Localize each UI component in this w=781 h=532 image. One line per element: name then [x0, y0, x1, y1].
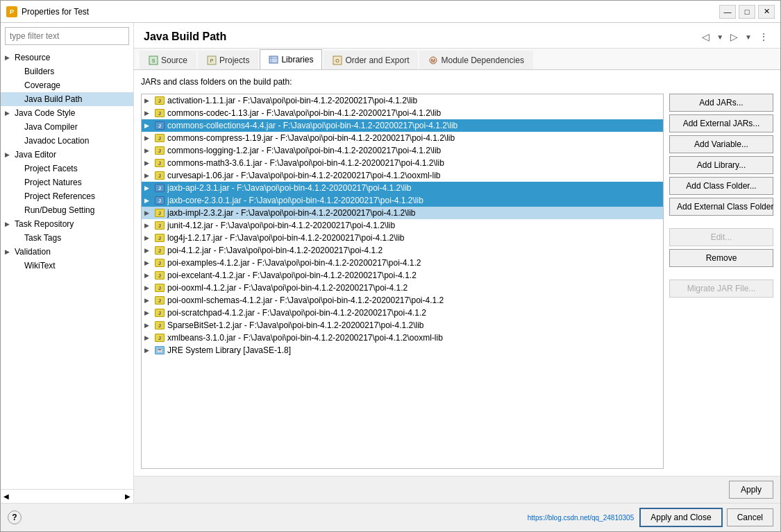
sidebar-item-label: Project References: [24, 191, 95, 201]
jar-item-jre[interactable]: ▶ ☕ JRE System Library [JavaSE-1.8]: [142, 344, 663, 357]
add-library-button[interactable]: Add Library...: [669, 156, 773, 174]
sidebar-item-project-references[interactable]: Project References: [1, 189, 133, 203]
add-external-class-folder-button[interactable]: Add External Class Folder...: [669, 198, 773, 216]
tab-source[interactable]: S Source: [140, 51, 196, 69]
close-button[interactable]: ✕: [758, 5, 775, 19]
migrate-jar-file-button[interactable]: Migrate JAR File...: [669, 280, 773, 298]
add-external-jars-button[interactable]: Add External JARs...: [669, 114, 773, 132]
edit-button[interactable]: Edit...: [669, 228, 773, 246]
title-bar-controls: — □ ✕: [719, 5, 775, 19]
scroll-right-icon[interactable]: ▶: [125, 492, 131, 500]
jar-text: jaxb-core-2.3.0.1.jar - F:\Java\poi\poi-…: [167, 196, 423, 205]
apply-and-close-button[interactable]: Apply and Close: [639, 508, 722, 527]
cancel-button[interactable]: Cancel: [727, 508, 773, 526]
sidebar-item-resource[interactable]: ▶ Resource: [1, 51, 133, 65]
jar-text: junit-4.12.jar - F:\Java\poi\poi-bin-4.1…: [167, 221, 395, 230]
jar-text: SparseBitSet-1.2.jar - F:\Java\poi\poi-b…: [167, 320, 424, 330]
sidebar-item-label: Java Build Path: [24, 94, 82, 104]
tabs-bar: S Source P Projects Libraries: [134, 49, 780, 70]
jar-item[interactable]: ▶ J commons-codec-1.13.jar - F:\Java\poi…: [142, 107, 663, 119]
jar-item[interactable]: ▶ J curvesapi-1.06.jar - F:\Java\poi\poi…: [142, 169, 663, 182]
jar-icon: J: [154, 208, 165, 218]
jar-item[interactable]: ▶ J poi-ooxml-4.1.2.jar - F:\Java\poi\po…: [142, 282, 663, 294]
jar-item[interactable]: ▶ J jaxb-impl-2.3.2.jar - F:\Java\poi\po…: [142, 207, 663, 219]
search-input[interactable]: [5, 27, 129, 45]
jars-label: JARs and class folders on the build path…: [141, 77, 773, 87]
jar-icon: J: [154, 283, 165, 293]
sidebar-item-run-debug[interactable]: Run/Debug Setting: [1, 203, 133, 217]
tab-order-export[interactable]: O Order and Export: [324, 51, 418, 69]
jar-item[interactable]: ▶ J log4j-1.2.17.jar - F:\Java\poi\poi-b…: [142, 232, 663, 244]
tab-libraries-label: Libraries: [281, 55, 313, 65]
sidebar-item-builders[interactable]: Builders: [1, 65, 133, 78]
jar-item[interactable]: ▶ J poi-examples-4.1.2.jar - F:\Java\poi…: [142, 257, 663, 269]
jar-item[interactable]: ▶ J poi-scratchpad-4.1.2.jar - F:\Java\p…: [142, 307, 663, 319]
remove-button[interactable]: Remove: [669, 249, 773, 267]
nav-menu-icon[interactable]: ⋮: [757, 30, 771, 44]
jar-item[interactable]: ▶ J poi-4.1.2.jar - F:\Java\poi\poi-bin-…: [142, 244, 663, 257]
help-button[interactable]: ?: [8, 510, 22, 524]
sidebar-item-wikitext[interactable]: WikiText: [1, 259, 133, 273]
jar-item[interactable]: ▶ J poi-ooxml-schemas-4.1.2.jar - F:\Jav…: [142, 294, 663, 307]
add-variable-button[interactable]: Add Variable...: [669, 135, 773, 153]
apply-button[interactable]: Apply: [729, 481, 773, 499]
jar-item[interactable]: ▶ J SparseBitSet-1.2.jar - F:\Java\poi\p…: [142, 319, 663, 332]
jar-item[interactable]: ▶ J junit-4.12.jar - F:\Java\poi\poi-bin…: [142, 219, 663, 232]
jar-item[interactable]: ▶ J poi-excelant-4.1.2.jar - F:\Java\poi…: [142, 269, 663, 282]
scroll-left-icon[interactable]: ◀: [3, 492, 9, 500]
jar-icon: J: [154, 221, 165, 230]
tab-libraries[interactable]: Libraries: [260, 49, 322, 69]
nav-forward-icon[interactable]: ▷: [728, 30, 740, 44]
jar-text: poi-examples-4.1.2.jar - F:\Java\poi\poi…: [167, 258, 421, 268]
jar-icon: J: [154, 171, 165, 180]
maximize-button[interactable]: □: [739, 5, 755, 19]
window-icon: P: [6, 6, 17, 17]
sidebar-item-project-natures[interactable]: Project Natures: [1, 175, 133, 189]
sidebar-item-coverage[interactable]: Coverage: [1, 78, 133, 92]
sidebar-item-java-code-style[interactable]: ▶ Java Code Style: [1, 106, 133, 120]
jar-item[interactable]: ▶ J commons-collections4-4.4.jar - F:\Ja…: [142, 119, 663, 132]
jar-item[interactable]: ▶ J commons-math3-3.6.1.jar - F:\Java\po…: [142, 157, 663, 169]
jar-list[interactable]: ▶ J activation-1.1.1.jar - F:\Java\poi\p…: [141, 94, 664, 469]
jar-text: poi-4.1.2.jar - F:\Java\poi\poi-bin-4.1.…: [167, 246, 383, 255]
panel-nav: ◁ ▼ ▷ ▼ ⋮: [700, 30, 771, 44]
sidebar-item-label: Java Compiler: [24, 122, 78, 132]
jar-text: poi-ooxml-4.1.2.jar - F:\Java\poi\poi-bi…: [167, 283, 408, 293]
jar-item[interactable]: ▶ J jaxb-core-2.3.0.1.jar - F:\Java\poi\…: [142, 194, 663, 207]
sidebar-item-java-editor[interactable]: ▶ Java Editor: [1, 148, 133, 162]
jar-expand-arrow: ▶: [144, 334, 154, 341]
nav-dropdown-icon[interactable]: ▼: [714, 32, 725, 42]
sidebar-item-java-compiler[interactable]: Java Compiler: [1, 120, 133, 134]
jar-expand-arrow: ▶: [144, 347, 154, 354]
expand-arrow: ▶: [5, 221, 15, 228]
svg-rect-4: [269, 56, 278, 63]
sidebar-item-java-build-path[interactable]: Java Build Path: [1, 92, 133, 106]
add-jars-button[interactable]: Add JARs...: [669, 94, 773, 112]
tab-projects[interactable]: P Projects: [198, 51, 258, 69]
sidebar-item-task-repository[interactable]: ▶ Task Repository: [1, 217, 133, 231]
sidebar-item-task-tags[interactable]: Task Tags: [1, 231, 133, 245]
jar-item[interactable]: ▶ J jaxb-api-2.3.1.jar - F:\Java\poi\poi…: [142, 182, 663, 194]
nav-dropdown2-icon[interactable]: ▼: [743, 32, 754, 42]
sidebar-item-javadoc-location[interactable]: Javadoc Location: [1, 134, 133, 148]
jar-text: commons-codec-1.13.jar - F:\Java\poi\poi…: [167, 108, 441, 118]
jar-item[interactable]: ▶ J commons-compress-1.19.jar - F:\Java\…: [142, 132, 663, 144]
jar-item[interactable]: ▶ J commons-logging-1.2.jar - F:\Java\po…: [142, 144, 663, 157]
minimize-button[interactable]: —: [719, 5, 736, 19]
tab-module-dependencies[interactable]: M Module Dependencies: [419, 51, 532, 69]
sidebar-item-label: Project Facets: [24, 164, 78, 173]
jar-icon: J: [154, 258, 165, 268]
window-title: Properties for Test: [22, 7, 89, 17]
jar-item[interactable]: ▶ J xmlbeans-3.1.0.jar - F:\Java\poi\poi…: [142, 332, 663, 344]
jar-expand-arrow: ▶: [144, 197, 154, 204]
add-class-folder-button[interactable]: Add Class Folder...: [669, 177, 773, 195]
source-tab-icon: S: [149, 55, 158, 65]
sidebar-item-validation[interactable]: ▶ Validation: [1, 245, 133, 259]
main-content: ▶ Resource Builders Coverage Java Build …: [1, 23, 780, 503]
jar-icon: J: [154, 196, 165, 205]
module-tab-icon: M: [428, 55, 438, 65]
sidebar: ▶ Resource Builders Coverage Java Build …: [1, 23, 134, 503]
sidebar-item-project-facets[interactable]: Project Facets: [1, 162, 133, 175]
jar-item[interactable]: ▶ J activation-1.1.1.jar - F:\Java\poi\p…: [142, 94, 663, 107]
nav-back-icon[interactable]: ◁: [700, 30, 712, 44]
